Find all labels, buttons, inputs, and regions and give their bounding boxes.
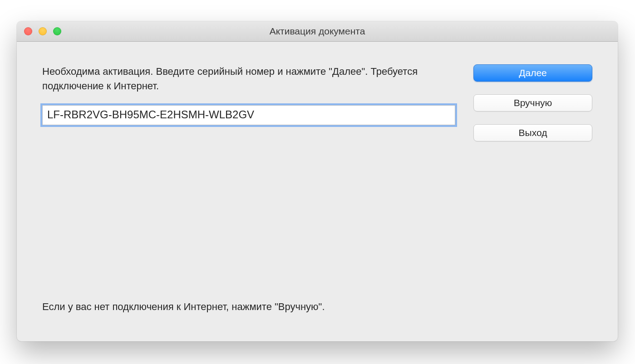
titlebar: Активация документа	[17, 21, 618, 42]
window-title: Активация документа	[17, 26, 618, 37]
zoom-icon[interactable]	[53, 27, 61, 35]
traffic-lights	[17, 27, 61, 35]
button-column: Далее Вручную Выход	[473, 64, 592, 324]
exit-button[interactable]: Выход	[473, 124, 592, 141]
main-column: Необходима активация. Введите серийный н…	[42, 64, 455, 324]
close-icon[interactable]	[24, 27, 32, 35]
next-button[interactable]: Далее	[473, 64, 592, 82]
window-body: Необходима активация. Введите серийный н…	[17, 42, 618, 341]
minimize-icon[interactable]	[39, 27, 47, 35]
footer-note: Если у вас нет подключения к Интернет, н…	[42, 300, 455, 314]
serial-input[interactable]	[42, 105, 455, 125]
serial-field-wrap	[42, 105, 455, 125]
manual-button[interactable]: Вручную	[473, 94, 592, 112]
instructions-text: Необходима активация. Введите серийный н…	[42, 64, 455, 93]
activation-window: Активация документа Необходима активация…	[17, 21, 618, 341]
